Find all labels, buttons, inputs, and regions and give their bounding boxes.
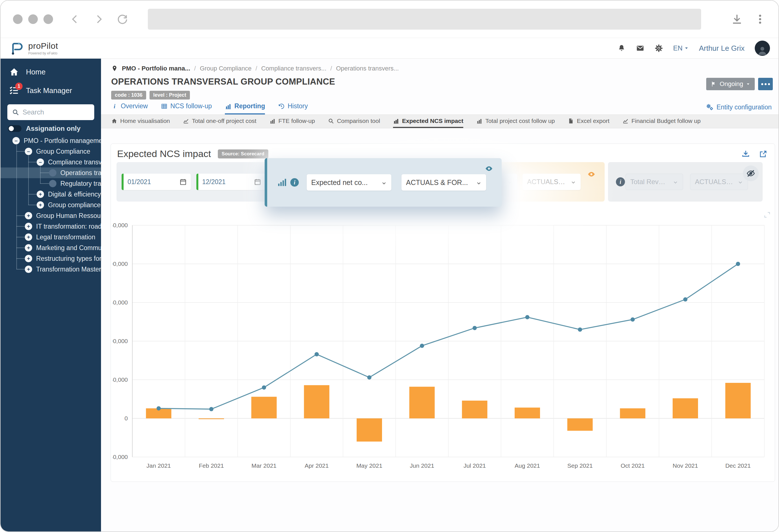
window-controls [13,14,53,24]
expand-icon[interactable]: + [25,255,32,262]
assignation-toggle[interactable] [8,125,21,132]
language-selector[interactable]: EN [673,44,689,52]
sidebar-search[interactable] [7,104,94,120]
tree-item[interactable]: +Restructuring types for firms [1,253,101,264]
tree-item-label: Group compliance [48,201,101,209]
address-bar[interactable] [148,9,701,29]
breadcrumb-item[interactable]: Compliance transvers... [261,65,326,72]
collapse-icon[interactable]: – [12,137,20,144]
point-Feb 2021 [209,407,214,411]
navigation-tree: –PMO - Portfolio management–Group Compli… [1,135,101,275]
search-input[interactable] [22,108,110,116]
tree-item[interactable]: +Legal transformation [1,232,101,243]
status-button[interactable]: Ongoing [706,78,755,90]
tab-overview[interactable]: iOverview [111,102,148,115]
user-name[interactable]: Arthur Le Grix [699,44,744,53]
point-Oct 2021 [631,318,635,322]
gray-metric-dropdown[interactable]: Total Revenue I... [625,174,683,190]
app-header: proPilot Powered by eFakto [1,38,778,59]
eye-icon[interactable] [587,170,596,179]
subtab-label: Financial Budget follow up [632,118,701,124]
expand-icon[interactable]: + [37,201,44,209]
browser-menu-icon[interactable] [754,13,766,25]
refresh-icon[interactable] [116,13,129,25]
forward-icon[interactable] [93,13,105,25]
scenario-dropdown[interactable]: ACTUALS & FOR... [402,174,486,191]
download-page-icon[interactable] [731,13,743,25]
avatar[interactable] [755,41,770,56]
date-from-value: 01/2021 [127,178,151,186]
leaf-bullet-icon[interactable] [49,169,56,177]
breadcrumb-item[interactable]: Group Compliance [200,65,251,72]
expand-icon[interactable]: + [25,234,32,241]
flag-icon [711,81,717,87]
collapse-icon[interactable]: – [37,158,44,166]
tree-item[interactable]: +Transformation Master Plan -... [1,264,101,275]
assignation-label: Assignation only [26,125,80,133]
tree-item[interactable]: –Compliance transversal pr... [1,157,101,168]
breadcrumb-item[interactable]: PMO - Portfolio mana... [122,65,190,72]
tab-reporting[interactable]: Reporting [225,102,265,115]
settings-gear-icon[interactable] [655,44,663,53]
orange-scenario-dropdown[interactable]: ACTUALS & FO... [523,174,581,190]
tree-item[interactable]: +IT transformation: road to 20... [1,221,101,232]
sidebar-item-task-manager[interactable]: 1 Task Manager [1,81,101,100]
tree-item[interactable]: Operations transversal ... [1,168,101,178]
expand-icon[interactable]: + [37,191,44,198]
tree-item[interactable]: +Group compliance [1,200,101,210]
expand-icon[interactable]: + [25,212,32,219]
svg-text:Nov 2021: Nov 2021 [673,462,698,469]
tree-item[interactable]: +Marketing and Communicati... [1,243,101,253]
bar-Aug 2021 [515,408,540,418]
tab-history[interactable]: History [278,102,308,115]
assignation-toggle-row: Assignation only [8,125,94,133]
eye-icon[interactable] [485,164,493,173]
more-actions-button[interactable] [758,78,773,90]
subtab-fte-follow-up[interactable]: FTE follow-up [269,115,315,128]
window-minimize-button[interactable] [28,14,38,24]
metric-dropdown[interactable]: Expected net co... [307,174,391,191]
tree-item[interactable]: Regulatory transversal ... [1,178,101,189]
tree-item[interactable]: –PMO - Portfolio management [1,135,101,146]
window-zoom-button[interactable] [44,14,53,24]
subtab-total-project-cost-follow-up[interactable]: Total project cost follow up [476,115,555,128]
subtab-total-one-off-project-cost[interactable]: Total one-off project cost [183,115,256,128]
expand-icon[interactable]: + [25,266,32,273]
subtab-home-visualisation[interactable]: Home visualisation [111,115,170,128]
entity-configuration-link[interactable]: Entity configuration [706,103,772,115]
tree-item[interactable]: –Group Compliance [1,146,101,157]
svg-text:150,000: 150,000 [113,299,128,306]
date-to-input[interactable]: 12/2021 [196,174,265,190]
subtab-financial-budget-follow-up[interactable]: Financial Budget follow up [622,115,701,128]
svg-text:Dec 2021: Dec 2021 [725,462,751,469]
gray-scenario-dropdown[interactable]: ACTUALS & FO... [690,174,748,190]
tab-label: History [288,102,308,110]
date-from-input[interactable]: 01/2021 [122,174,191,190]
expand-icon[interactable]: + [25,223,32,230]
tree-item[interactable]: +Digital & efficiency compli... [1,189,101,200]
back-icon[interactable] [69,13,81,25]
svg-text:Feb 2021: Feb 2021 [199,462,224,469]
window-close-button[interactable] [13,14,22,24]
subtabs-bar: Home visualisationTotal one-off project … [101,115,778,128]
leaf-bullet-icon[interactable] [49,180,56,187]
dropdown-value: ACTUALS & FO... [527,178,566,186]
tree-item[interactable]: +Group Human Ressources [1,210,101,221]
messages-envelope-icon[interactable] [636,44,644,53]
subtab-excel-export[interactable]: Excel export [568,115,609,128]
chart-toolbox-icon[interactable] [764,211,771,218]
tab-ncs-follow-up[interactable]: NCS follow-up [161,102,212,115]
breadcrumb-item[interactable]: Operations transvers... [336,65,399,72]
collapse-icon[interactable]: – [25,148,32,155]
svg-text:200,000: 200,000 [113,261,128,267]
chevron-down-icon [737,179,743,185]
info-icon: i [616,177,625,186]
sidebar-item-home[interactable]: Home [1,63,101,81]
eye-off-icon[interactable] [743,165,759,181]
notifications-bell-icon[interactable] [617,44,626,53]
subtab-comparison-tool[interactable]: Comparison tool [328,115,380,128]
download-chart-icon[interactable] [741,150,750,158]
subtab-expected-ncs-impact[interactable]: Expected NCS impact [393,115,463,128]
open-external-icon[interactable] [759,150,767,158]
expand-icon[interactable]: + [25,244,32,252]
